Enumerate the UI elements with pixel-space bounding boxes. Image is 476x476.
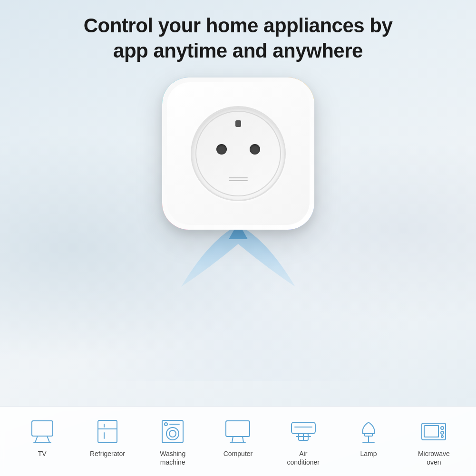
appliance-air-conditioner: Air conditioner (271, 418, 336, 466)
lamp-icon (354, 418, 383, 445)
svg-point-29 (441, 431, 444, 434)
connection-arrow (172, 220, 305, 291)
right-pin-hole (250, 144, 260, 155)
appliance-tv: TV (10, 418, 75, 458)
svg-point-10 (166, 427, 179, 440)
svg-rect-5 (98, 420, 117, 443)
air-conditioner-label: Air conditioner (287, 449, 320, 466)
appliance-microwave: Microwave oven (401, 418, 466, 466)
smart-plug (162, 78, 314, 230)
svg-point-30 (441, 436, 443, 437)
refrigerator-icon (93, 418, 122, 445)
svg-line-2 (35, 436, 38, 442)
appliance-refrigerator: Refrigerator (75, 418, 140, 458)
appliance-washing-machine: Washing machine (140, 418, 205, 466)
socket-groove (229, 177, 248, 181)
refrigerator-label: Refrigerator (90, 449, 125, 458)
svg-point-12 (165, 423, 167, 426)
plug-outer (162, 78, 314, 230)
computer-icon (223, 418, 252, 445)
appliance-computer: Computer (205, 418, 271, 458)
microwave-icon (419, 418, 448, 445)
lamp-label: Lamp (360, 449, 377, 458)
plug-inner (167, 82, 310, 225)
svg-line-16 (243, 437, 243, 442)
main-title: Control your home appliances by app anyt… (84, 13, 393, 63)
plug-section (162, 78, 314, 230)
tv-label: TV (38, 449, 47, 458)
groove-line-2 (229, 180, 248, 181)
washing-machine-icon (158, 418, 187, 445)
computer-label: Computer (223, 449, 253, 458)
socket-inner (195, 111, 281, 196)
appliances-section: TV Refrigerator (0, 406, 476, 476)
svg-line-15 (232, 437, 233, 442)
groove-line-1 (229, 177, 248, 178)
ground-pin (235, 120, 241, 127)
washing-machine-label: Washing machine (160, 449, 185, 466)
title-line1: Control your home appliances by (84, 14, 393, 37)
svg-rect-1 (32, 421, 53, 436)
svg-point-28 (441, 427, 444, 429)
tv-icon (28, 418, 57, 445)
eu-socket (191, 106, 286, 201)
svg-rect-14 (226, 421, 250, 437)
title-section: Control your home appliances by app anyt… (65, 13, 412, 63)
left-pin-hole (216, 144, 227, 155)
title-line2: app anytime and anywhere (113, 39, 363, 62)
microwave-label: Microwave oven (418, 449, 450, 466)
svg-point-11 (169, 430, 176, 437)
air-conditioner-icon (289, 418, 318, 445)
svg-line-3 (47, 436, 49, 442)
appliance-lamp: Lamp (336, 418, 401, 458)
svg-rect-27 (424, 426, 438, 437)
svg-rect-18 (291, 422, 315, 434)
page-wrapper: Control your home appliances by app anyt… (0, 0, 476, 476)
